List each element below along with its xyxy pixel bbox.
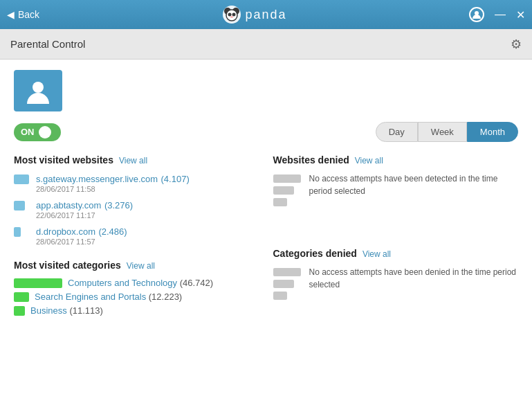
app-logo: panda xyxy=(222,5,287,24)
period-selector: Day Week Month xyxy=(376,122,518,142)
cat-link-1[interactable]: Computers and Technology xyxy=(68,278,177,288)
site-url-1[interactable]: s.gateway.messenger.live.com xyxy=(36,174,158,184)
most-visited-categories-title: Most visited categories xyxy=(14,260,121,271)
category-list: Computers and Technology (46.742) Search… xyxy=(14,278,259,316)
cat-bar-2 xyxy=(14,292,29,302)
denied-bar-1 xyxy=(273,174,301,183)
period-month-button[interactable]: Month xyxy=(467,122,518,142)
period-day-button[interactable]: Day xyxy=(376,122,418,142)
denied-bar-5 xyxy=(273,280,294,288)
website-info: s.gateway.messenger.live.com (4.107) 28/… xyxy=(36,172,190,193)
back-button[interactable]: ◀ Back xyxy=(7,9,39,20)
websites-denied-section: Websites denied View all No access attem… xyxy=(273,154,519,206)
categories-denied-header: Categories denied View all xyxy=(273,248,519,259)
most-visited-websites-title: Most visited websites xyxy=(14,154,113,165)
denied-bar-3 xyxy=(273,198,287,206)
left-column: Most visited websites View all s.gateway… xyxy=(14,154,259,319)
svg-point-3 xyxy=(226,10,237,21)
categories-denied-placeholder: No access attempts have been denied in t… xyxy=(273,266,519,300)
websites-denied-view-all[interactable]: View all xyxy=(355,156,383,165)
cat-bar-3 xyxy=(14,306,25,316)
site-date-2: 22/06/2017 11:17 xyxy=(36,211,133,220)
right-column: Websites denied View all No access attem… xyxy=(273,154,519,319)
toolbar: Parental Control ⚙ xyxy=(0,29,532,60)
svg-point-8 xyxy=(33,82,44,93)
most-visited-categories-view-all[interactable]: View all xyxy=(127,261,155,271)
page-title: Parental Control xyxy=(10,38,85,50)
site-count-1: (4.107) xyxy=(161,174,190,184)
svg-point-4 xyxy=(228,13,231,17)
categories-denied-title: Categories denied xyxy=(273,248,357,259)
title-bar: ◀ Back panda — ✕ xyxy=(0,0,532,29)
categories-denied-section: Categories denied View all No access att… xyxy=(273,248,519,300)
svg-point-5 xyxy=(232,13,235,17)
denied-bars xyxy=(273,174,301,206)
main-content: ON Day Week Month Most visited websites … xyxy=(0,60,532,394)
back-label: Back xyxy=(18,9,39,20)
list-item: app.abtasty.com (3.276) 22/06/2017 11:17 xyxy=(14,199,259,220)
websites-denied-placeholder: No access attempts have been detected in… xyxy=(273,172,519,206)
no-access-message: No access attempts have been detected in… xyxy=(309,172,519,197)
avatar xyxy=(14,70,62,111)
cat-link-2[interactable]: Search Engines and Portals xyxy=(35,292,146,302)
site-date-1: 28/06/2017 11:58 xyxy=(36,185,190,193)
toggle-on-button[interactable]: ON xyxy=(14,123,61,141)
denied-bar-2 xyxy=(273,186,294,195)
denied-bar-6 xyxy=(273,292,287,300)
list-item: Computers and Technology (46.742) xyxy=(14,278,259,288)
site-count-3: (2.486) xyxy=(98,226,127,237)
user-account-icon[interactable] xyxy=(469,7,484,22)
controls-row: ON Day Week Month xyxy=(14,122,518,142)
website-info: app.abtasty.com (3.276) 22/06/2017 11:17 xyxy=(36,199,133,220)
cat-count-3: (11.113) xyxy=(69,305,102,316)
list-item: s.gateway.messenger.live.com (4.107) 28/… xyxy=(14,172,259,193)
website-info: d.dropbox.com (2.486) 28/06/2017 11:57 xyxy=(36,225,127,246)
settings-icon[interactable]: ⚙ xyxy=(511,37,522,52)
site-date-3: 28/06/2017 11:57 xyxy=(36,238,127,246)
svg-point-6 xyxy=(230,16,233,17)
toggle-circle xyxy=(39,126,51,138)
list-item: Search Engines and Portals (12.223) xyxy=(14,292,259,302)
back-arrow-icon: ◀ xyxy=(7,9,15,20)
website-list: s.gateway.messenger.live.com (4.107) 28/… xyxy=(14,172,259,246)
cat-link-3[interactable]: Business xyxy=(30,305,67,316)
most-visited-categories-header: Most visited categories View all xyxy=(14,260,259,271)
sections-row: Most visited websites View all s.gateway… xyxy=(14,154,518,319)
list-item: Business (11.113) xyxy=(14,305,259,316)
cat-bar-1 xyxy=(14,278,62,288)
minimize-button[interactable]: — xyxy=(495,8,506,21)
window-controls: — ✕ xyxy=(469,7,525,22)
most-visited-websites-view-all[interactable]: View all xyxy=(119,156,147,165)
websites-denied-title: Websites denied xyxy=(273,154,349,165)
panda-logo-icon xyxy=(222,5,241,24)
denied-bars-2 xyxy=(273,268,301,300)
bar-medium xyxy=(14,201,29,211)
avatar-person-icon xyxy=(25,78,51,104)
cat-count-2: (12.223) xyxy=(149,292,182,302)
site-url-2[interactable]: app.abtasty.com xyxy=(36,200,101,211)
period-week-button[interactable]: Week xyxy=(418,122,467,142)
app-name: panda xyxy=(246,8,287,22)
bar-small xyxy=(14,227,29,237)
close-button[interactable]: ✕ xyxy=(516,8,525,21)
list-item: d.dropbox.com (2.486) 28/06/2017 11:57 xyxy=(14,225,259,246)
websites-denied-header: Websites denied View all xyxy=(273,154,519,165)
cat-count-1: (46.742) xyxy=(180,278,213,288)
most-visited-websites-header: Most visited websites View all xyxy=(14,154,259,165)
no-denied-message: No access attempts have been denied in t… xyxy=(309,266,519,291)
bar-large xyxy=(14,174,29,184)
avatar-section xyxy=(14,70,518,111)
site-count-2: (3.276) xyxy=(104,200,133,211)
site-url-3[interactable]: d.dropbox.com xyxy=(36,226,95,237)
denied-bar-4 xyxy=(273,268,301,276)
toggle-label: ON xyxy=(21,127,35,137)
categories-denied-view-all[interactable]: View all xyxy=(363,249,391,259)
